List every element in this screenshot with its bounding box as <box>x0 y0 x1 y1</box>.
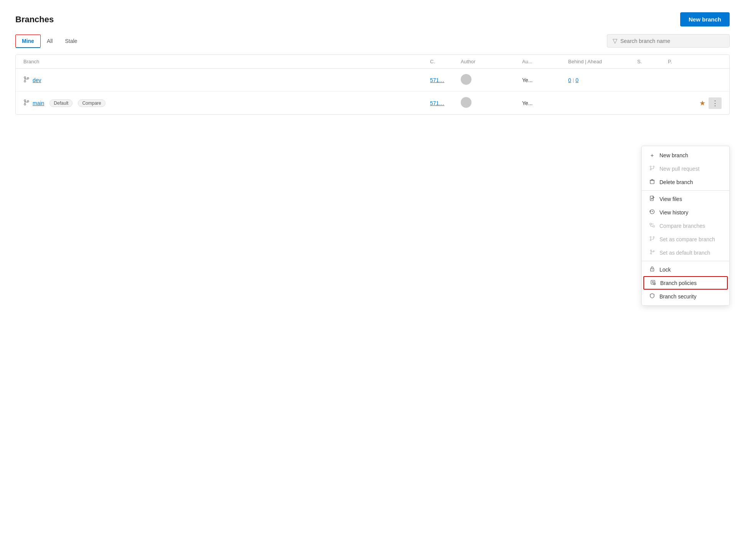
svg-point-31 <box>651 253 652 254</box>
avatar-main <box>461 97 471 108</box>
tabs-row: Mine All Stale ▽ <box>15 34 730 48</box>
branch-icon-main <box>23 99 30 107</box>
svg-point-35 <box>652 270 653 270</box>
branch-name-main[interactable]: main <box>33 100 44 106</box>
menu-divider-1 <box>642 190 729 191</box>
col-s: S. <box>637 59 668 64</box>
more-button-main[interactable]: ⋮ <box>709 97 722 109</box>
menu-item-compare-branches: Compare branches <box>642 219 729 232</box>
new-branch-button[interactable]: New branch <box>680 12 730 26</box>
lock-icon <box>649 266 656 273</box>
table-row: dev 571… Ye... 0 | 0 <box>16 69 729 92</box>
menu-label-set-default: Set as default branch <box>659 250 710 256</box>
compare-icon <box>649 222 656 229</box>
author-main <box>461 97 522 109</box>
menu-item-lock[interactable]: Lock <box>642 263 729 276</box>
col-p: P. <box>668 59 699 64</box>
tab-all[interactable]: All <box>41 35 59 47</box>
svg-point-27 <box>653 237 654 238</box>
menu-label-view-history: View history <box>659 209 688 216</box>
tab-mine[interactable]: Mine <box>15 35 41 48</box>
branches-table: Branch C. Author Au... Behind | Ahead S.… <box>15 54 730 115</box>
menu-label-compare-branches: Compare branches <box>659 223 705 229</box>
menu-item-branch-security[interactable]: Branch security <box>642 290 729 303</box>
set-compare-icon <box>649 236 656 242</box>
col-behind-ahead: Behind | Ahead <box>568 59 637 64</box>
avatar-dev <box>461 74 471 85</box>
svg-point-8 <box>650 166 651 167</box>
col-author-date: Au... <box>522 59 568 64</box>
svg-point-2 <box>27 77 29 79</box>
behind-ahead-dev: 0 | 0 <box>568 77 637 83</box>
menu-label-lock: Lock <box>659 267 671 273</box>
shield-icon <box>649 293 656 300</box>
col-author: Author <box>461 59 522 64</box>
menu-label-new-branch: New branch <box>659 152 688 158</box>
dropdown-menu: + New branch New pull request <box>641 146 730 306</box>
menu-item-branch-policies[interactable]: Branch policies <box>643 276 728 290</box>
menu-item-delete-branch[interactable]: Delete branch <box>642 175 729 189</box>
author-date-dev: Ye... <box>522 77 568 83</box>
menu-item-new-pull-request: New pull request <box>642 162 729 175</box>
file-icon <box>649 196 656 202</box>
commit-dev[interactable]: 571… <box>430 77 461 83</box>
col-branch: Branch <box>23 59 430 64</box>
star-icon-main[interactable]: ★ <box>699 99 705 107</box>
menu-label-set-compare: Set as compare branch <box>659 236 715 242</box>
trash-icon <box>649 179 656 185</box>
col-commits: C. <box>430 59 461 64</box>
menu-item-new-branch[interactable]: + New branch <box>642 148 729 162</box>
search-input[interactable] <box>620 38 724 44</box>
behind-link-dev[interactable]: 0 <box>568 77 571 83</box>
menu-label-new-pull-request: New pull request <box>659 166 699 172</box>
author-date-main: Ye... <box>522 100 568 106</box>
branch-cell-dev: dev <box>23 76 430 84</box>
menu-item-view-history[interactable]: View history <box>642 206 729 219</box>
svg-rect-22 <box>653 226 654 227</box>
menu-label-branch-security: Branch security <box>659 293 696 300</box>
svg-point-26 <box>650 237 651 238</box>
svg-rect-12 <box>650 180 654 184</box>
svg-point-28 <box>650 240 651 241</box>
branch-icon <box>23 76 30 84</box>
menu-label-view-files: View files <box>659 196 682 202</box>
table-row: main Default Compare 571… Ye... ★ ⋮ <box>16 92 729 114</box>
page: Branches New branch Mine All Stale ▽ Bra… <box>0 0 745 560</box>
branch-cell-main: main Default Compare <box>23 99 430 107</box>
badge-default: Default <box>49 99 73 107</box>
author-dev <box>461 74 522 86</box>
menu-label-delete-branch: Delete branch <box>659 179 693 185</box>
svg-rect-21 <box>650 223 651 225</box>
menu-divider-2 <box>642 261 729 261</box>
page-title: Branches <box>15 15 54 25</box>
svg-point-1 <box>24 81 26 82</box>
commit-main[interactable]: 571… <box>430 100 461 106</box>
branch-name-dev[interactable]: dev <box>33 77 41 83</box>
page-header: Branches New branch <box>15 12 730 26</box>
history-icon <box>649 209 656 216</box>
tabs: Mine All Stale <box>15 35 83 48</box>
col-actions <box>699 59 722 64</box>
divider-behind-ahead: | <box>573 77 574 83</box>
menu-item-set-default: Set as default branch <box>642 246 729 259</box>
svg-point-0 <box>24 77 26 78</box>
search-box[interactable]: ▽ <box>607 34 730 48</box>
svg-point-4 <box>24 100 26 101</box>
set-default-icon <box>649 249 656 256</box>
policy-icon <box>649 280 656 286</box>
svg-point-5 <box>24 104 26 105</box>
row-actions-main: ★ ⋮ <box>699 97 722 109</box>
menu-label-branch-policies: Branch policies <box>660 280 697 286</box>
badge-compare: Compare <box>78 99 105 107</box>
ahead-link-dev[interactable]: 0 <box>575 77 579 83</box>
filter-icon: ▽ <box>613 37 617 44</box>
menu-item-set-compare: Set as compare branch <box>642 232 729 246</box>
table-header: Branch C. Author Au... Behind | Ahead S.… <box>16 55 729 69</box>
svg-point-6 <box>27 100 29 102</box>
svg-point-30 <box>651 250 652 251</box>
tab-stale[interactable]: Stale <box>59 35 83 47</box>
pull-request-icon <box>649 165 656 172</box>
plus-icon: + <box>649 152 656 158</box>
svg-point-9 <box>653 166 654 167</box>
menu-item-view-files[interactable]: View files <box>642 192 729 206</box>
